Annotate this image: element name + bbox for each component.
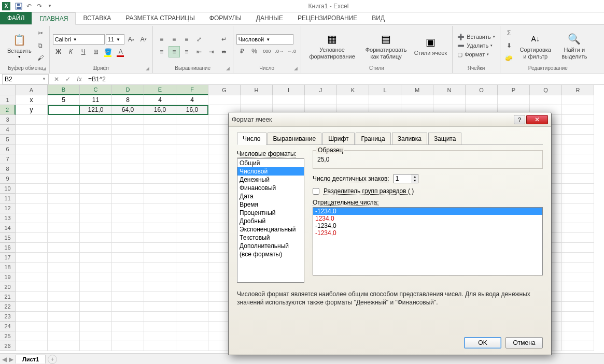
cell[interactable] (112, 135, 144, 144)
number-formats-listbox[interactable]: ОбщийЧисловойДенежныйФинансовыйДатаВремя… (237, 158, 304, 283)
format-list-item[interactable]: Дробный (237, 217, 304, 225)
cell[interactable] (176, 174, 208, 184)
sheet-next-icon[interactable]: ▶ (9, 356, 13, 363)
align-top-icon[interactable]: ≡ (156, 34, 167, 45)
row-header[interactable]: 16 (0, 243, 16, 253)
cell[interactable] (562, 253, 594, 263)
border-button[interactable]: ⊞ (90, 46, 102, 57)
align-center-icon[interactable]: ≡ (168, 46, 180, 57)
wrap-text-icon[interactable]: ↵ (218, 34, 230, 45)
save-icon[interactable] (13, 1, 24, 11)
cell[interactable] (48, 263, 80, 272)
cell[interactable] (80, 341, 112, 351)
cell[interactable] (80, 302, 112, 312)
cell[interactable] (48, 115, 80, 125)
cell[interactable]: 4 (144, 95, 176, 105)
launcher-icon[interactable]: ◢ (294, 66, 298, 71)
cell[interactable] (112, 233, 144, 243)
cell[interactable] (144, 135, 176, 144)
cell[interactable] (176, 213, 208, 223)
align-middle-icon[interactable]: ≡ (168, 34, 180, 45)
copy-icon[interactable]: ⧉ (35, 40, 46, 51)
cell[interactable] (562, 144, 594, 154)
cell[interactable] (16, 302, 48, 312)
cell[interactable] (16, 184, 48, 194)
cell[interactable] (16, 263, 48, 272)
fill-color-button[interactable]: 🪣 (103, 46, 114, 57)
cell[interactable] (48, 144, 80, 154)
tab-formulas[interactable]: ФОРМУЛЫ (202, 12, 249, 24)
cell[interactable] (144, 322, 176, 331)
cell[interactable] (144, 263, 176, 272)
launcher-icon[interactable]: ◢ (146, 66, 149, 71)
row-header[interactable]: 12 (0, 203, 16, 213)
cell[interactable] (112, 203, 144, 213)
cell[interactable] (208, 95, 241, 105)
cell[interactable] (562, 125, 594, 135)
cell[interactable]: 121,0 (80, 105, 112, 115)
row-header[interactable]: 5 (0, 135, 16, 144)
cell[interactable]: x (16, 95, 48, 105)
format-list-item[interactable]: Процентный (237, 209, 304, 217)
cell[interactable] (80, 213, 112, 223)
dialog-titlebar[interactable]: Формат ячеек ? ✕ (229, 112, 551, 127)
column-header[interactable]: J (305, 85, 337, 95)
column-header[interactable]: E (144, 85, 176, 95)
cell[interactable] (112, 184, 144, 194)
cell[interactable] (144, 174, 176, 184)
cell[interactable] (16, 341, 48, 351)
currency-icon[interactable]: ₽ (236, 46, 248, 57)
cell[interactable] (144, 164, 176, 174)
cell[interactable] (16, 203, 48, 213)
sheet-nav[interactable]: ◀ ▶ (2, 356, 13, 363)
cell[interactable] (562, 213, 594, 223)
cell[interactable] (48, 253, 80, 263)
decrease-font-icon[interactable]: A▾ (138, 34, 149, 45)
cell[interactable] (562, 272, 594, 282)
cell[interactable] (144, 223, 176, 233)
cell[interactable] (112, 223, 144, 233)
cell[interactable] (144, 272, 176, 282)
cell[interactable] (112, 115, 144, 125)
formula-input[interactable]: =B1^2 (85, 76, 604, 83)
cell[interactable] (80, 253, 112, 263)
cell[interactable] (144, 115, 176, 125)
column-header[interactable]: D (112, 85, 144, 95)
row-header[interactable]: 26 (0, 341, 16, 351)
cell[interactable] (562, 105, 594, 115)
cell[interactable]: y (16, 105, 48, 115)
cell[interactable] (80, 233, 112, 243)
row-header[interactable]: 23 (0, 312, 16, 322)
cell[interactable] (562, 203, 594, 213)
negative-format-item[interactable]: -1234,0 (313, 229, 542, 237)
cut-icon[interactable]: ✂ (35, 27, 46, 39)
tab-home[interactable]: ГЛАВНАЯ (32, 12, 76, 25)
orientation-icon[interactable]: ⤢ (193, 34, 205, 45)
format-list-item[interactable]: Числовой (237, 167, 304, 176)
sort-filter-button[interactable]: A↓ Сортировка и фильтр (516, 31, 555, 60)
column-header[interactable]: K (337, 85, 369, 95)
cancel-formula-icon[interactable]: ✕ (51, 76, 62, 83)
cell[interactable] (48, 154, 80, 164)
cell[interactable] (176, 233, 208, 243)
row-header[interactable]: 10 (0, 184, 16, 194)
format-list-item[interactable]: Экспоненциальный (237, 225, 304, 234)
row-header[interactable]: 21 (0, 292, 16, 302)
cell[interactable] (112, 144, 144, 154)
cell[interactable] (562, 331, 594, 341)
number-format-combo[interactable]: Числовой▼ (236, 34, 293, 45)
format-list-item[interactable]: Дополнительный (237, 242, 304, 250)
dialog-tab[interactable]: Защита (428, 133, 462, 145)
cell[interactable] (562, 164, 594, 174)
cell[interactable] (48, 213, 80, 223)
tab-data[interactable]: ДАННЫЕ (249, 12, 290, 24)
cell[interactable] (80, 154, 112, 164)
cell[interactable] (80, 292, 112, 302)
tab-file[interactable]: ФАЙЛ (0, 12, 32, 24)
cell[interactable] (530, 95, 562, 105)
cell[interactable] (176, 243, 208, 253)
cell[interactable] (498, 95, 530, 105)
dialog-tab[interactable]: Число (237, 133, 266, 145)
launcher-icon[interactable]: ◢ (43, 66, 46, 71)
row-header[interactable]: 3 (0, 115, 16, 125)
